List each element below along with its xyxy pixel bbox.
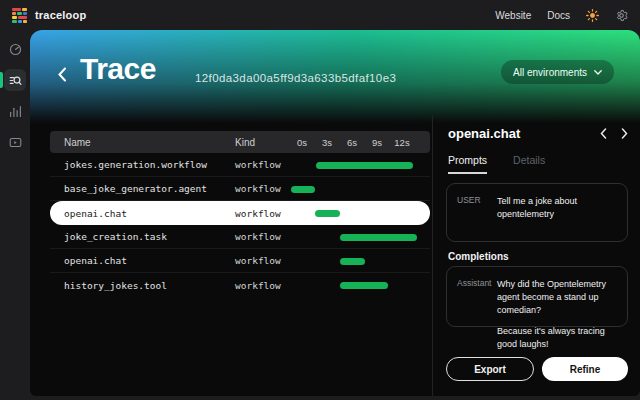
completion-line: Why did the Opentelemetry agent become a…	[497, 278, 617, 317]
tab-details[interactable]: Details	[513, 154, 545, 174]
time-tick: 12s	[394, 137, 409, 148]
span-name: base_joke_generator.agent	[64, 183, 207, 194]
table-row[interactable]: history_jokes.tool workflow	[50, 273, 430, 297]
environment-selector[interactable]: All environments	[501, 60, 614, 84]
time-tick: 3s	[322, 137, 332, 148]
span-name: history_jokes.tool	[64, 280, 167, 291]
gradient-header: Trace 12f0da3da00a5ff9d3a633b5dfaf10e3 A…	[30, 30, 640, 126]
topbar: traceloop Website Docs	[0, 0, 640, 30]
spans-table: Name Kind 0s 3s 6s 9s 12s jokes.generati…	[50, 131, 430, 297]
tab-prompts[interactable]: Prompts	[448, 154, 487, 174]
console-play-icon	[9, 136, 22, 149]
completion-message-card: Assistant Why did the Opentelemetry agen…	[446, 266, 628, 327]
duration-bar	[340, 234, 417, 241]
span-name: openai.chat	[64, 255, 127, 266]
span-kind: workflow	[235, 231, 281, 242]
table-row[interactable]: joke_creation.task workflow	[50, 225, 430, 249]
span-name: joke_creation.task	[64, 231, 167, 242]
span-kind: workflow	[235, 183, 281, 194]
back-chevron-icon[interactable]	[58, 64, 74, 84]
next-span-chevron-icon[interactable]	[621, 128, 628, 139]
message-role: Assistant	[457, 278, 497, 315]
detail-title: openai.chat	[448, 126, 520, 141]
environment-selector-label: All environments	[513, 67, 587, 78]
span-name: jokes.generation.workflow	[64, 159, 207, 170]
table-row[interactable]: openai.chat workflow	[50, 249, 430, 273]
time-tick: 6s	[347, 137, 357, 148]
detail-tabs: Prompts Details	[448, 154, 545, 174]
brand[interactable]: traceloop	[12, 8, 86, 23]
main-card: Trace 12f0da3da00a5ff9d3a633b5dfaf10e3 A…	[30, 30, 640, 396]
span-name: openai.chat	[64, 208, 127, 219]
gauge-icon	[9, 43, 22, 56]
span-kind: workflow	[235, 280, 281, 291]
sidebar	[0, 30, 30, 400]
duration-bar	[340, 258, 365, 265]
bar-chart-icon	[9, 105, 22, 118]
duration-bar	[291, 186, 315, 193]
duration-bar	[316, 162, 413, 169]
table-row-selected[interactable]: openai.chat workflow	[50, 201, 430, 225]
sidebar-item-analytics[interactable]	[4, 100, 26, 122]
sidebar-item-dashboard[interactable]	[4, 38, 26, 60]
page-title: Trace	[80, 52, 156, 86]
column-header-name: Name	[64, 137, 91, 148]
time-tick: 9s	[372, 137, 382, 148]
span-kind: workflow	[235, 159, 281, 170]
trace-search-icon	[9, 74, 22, 87]
message-text: Tell me a joke about opentelemetry	[497, 195, 617, 230]
prev-span-chevron-icon[interactable]	[600, 128, 607, 139]
span-kind: workflow	[235, 208, 281, 219]
completions-section-label: Completions	[448, 251, 509, 262]
table-row[interactable]: base_joke_generator.agent workflow	[50, 177, 430, 201]
column-header-kind: Kind	[235, 137, 255, 148]
duration-bar	[340, 282, 388, 289]
trace-id: 12f0da3da00a5ff9d3a633b5dfaf10e3	[195, 72, 396, 84]
chevron-down-icon	[594, 70, 602, 75]
refine-button[interactable]: Refine	[542, 357, 628, 381]
message-role: USER	[457, 195, 497, 230]
theme-toggle-sun-icon[interactable]	[586, 9, 599, 22]
sidebar-item-traces[interactable]	[4, 69, 26, 91]
span-kind: workflow	[235, 255, 281, 266]
settings-gear-icon[interactable]	[615, 9, 628, 22]
brand-name: traceloop	[35, 9, 86, 21]
traceloop-logo-icon	[12, 8, 27, 23]
completion-line: Because it's always tracing good laughs!	[497, 325, 617, 351]
active-accent	[0, 72, 3, 88]
message-text: Why did the Opentelemetry agent become a…	[497, 278, 617, 315]
time-tick: 0s	[297, 137, 307, 148]
export-button[interactable]: Export	[446, 357, 534, 381]
table-header: Name Kind 0s 3s 6s 9s 12s	[50, 131, 430, 153]
sidebar-item-playground[interactable]	[4, 131, 26, 153]
website-link[interactable]: Website	[495, 10, 531, 21]
docs-link[interactable]: Docs	[547, 10, 570, 21]
table-row[interactable]: jokes.generation.workflow workflow	[50, 153, 430, 177]
prompt-message-card: USER Tell me a joke about opentelemetry	[446, 183, 628, 242]
duration-bar	[315, 210, 340, 217]
